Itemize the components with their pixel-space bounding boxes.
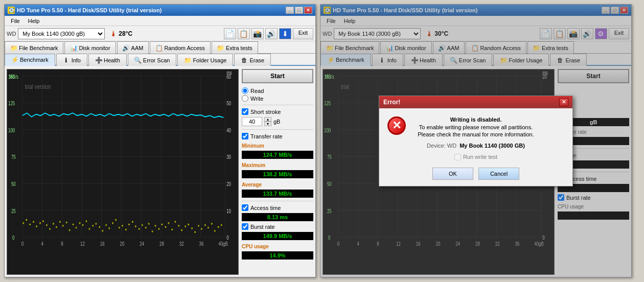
tab2-info-label: Info	[72, 57, 81, 63]
aam-icon: 🔊	[123, 44, 130, 52]
read-write-group: Read Write	[242, 87, 313, 102]
access-time-value: 8.13 ms	[242, 213, 313, 221]
svg-point-78	[125, 228, 127, 230]
access-time-checkbox[interactable]	[242, 204, 248, 211]
toolbar-download-icon[interactable]: ⬇	[279, 28, 291, 39]
left-main-content: MB/s 150 125 100 75 50 25 0 60 50 40 30 …	[5, 67, 315, 277]
random-access-icon: 📋	[155, 44, 163, 52]
svg-point-83	[142, 224, 143, 226]
read-radio[interactable]	[242, 87, 248, 94]
short-stroke-checkbox[interactable]	[242, 108, 248, 115]
stroke-unit-label: gB	[273, 119, 280, 125]
svg-text:40: 40	[226, 128, 231, 133]
start-button[interactable]: Start	[242, 69, 313, 83]
minimum-value: 124.7 MB/s	[242, 151, 313, 159]
svg-point-49	[29, 223, 31, 225]
restore-button[interactable]: □	[295, 7, 303, 14]
toolbar-grid-icon[interactable]: 📋	[238, 28, 250, 39]
benchmark-icon: ⚡	[11, 56, 18, 63]
tab-extra-tests[interactable]: 📁 Extra tests	[212, 41, 258, 54]
svg-point-88	[158, 228, 160, 230]
disk-label: WD	[7, 31, 16, 37]
svg-point-48	[26, 219, 27, 221]
burst-rate-checkbox[interactable]	[242, 223, 248, 230]
write-radio[interactable]	[242, 95, 248, 102]
stroke-input[interactable]	[242, 117, 262, 126]
tab2-benchmark-label: Benchmark	[20, 57, 49, 63]
extra-tests-icon: 📁	[217, 44, 224, 52]
tab2-info[interactable]: ℹ Info	[56, 54, 87, 66]
svg-point-55	[49, 228, 51, 230]
close-button[interactable]: ✕	[304, 7, 312, 14]
dialog-ok-button[interactable]: OK	[432, 168, 473, 180]
run-write-test-checkbox[interactable]	[454, 154, 461, 160]
tab2-health[interactable]: ➕ Health	[88, 54, 127, 66]
toolbar-sound-icon[interactable]: 🔊	[265, 28, 278, 39]
minimize-button[interactable]: _	[286, 7, 294, 14]
svg-text:ms: ms	[226, 70, 232, 76]
svg-point-86	[152, 230, 153, 232]
exit-button[interactable]: Exit	[293, 28, 313, 39]
left-chart-area: MB/s 150 125 100 75 50 25 0 60 50 40 30 …	[7, 69, 239, 275]
stroke-down[interactable]: ▼	[264, 122, 271, 126]
tab-random-access[interactable]: 📋 Random Access	[150, 41, 210, 54]
dialog-device-prefix: Device: WD	[427, 143, 456, 149]
divider3	[242, 201, 313, 201]
svg-point-100	[198, 225, 199, 227]
dialog-buttons: OK Cancel	[432, 168, 519, 180]
svg-point-85	[148, 223, 150, 225]
svg-text:16: 16	[100, 241, 105, 247]
tab-disk-monitor[interactable]: 📊 Disk monitor	[64, 41, 116, 54]
svg-point-62	[73, 223, 74, 225]
svg-point-64	[79, 222, 81, 224]
toolbar-camera-icon[interactable]: 📸	[251, 28, 264, 39]
help-menu[interactable]: Help	[24, 17, 44, 25]
tab2-benchmark[interactable]: ⚡ Benchmark	[5, 54, 55, 66]
svg-point-80	[132, 221, 133, 223]
tab2-erase[interactable]: 🗑 Erase	[234, 54, 271, 66]
tab2-health-label: Health	[104, 57, 120, 63]
dialog-content-row: ✕ Writing is disabled. To enable writing…	[387, 116, 564, 137]
tab2-folder-usage[interactable]: 📁 Folder Usage	[177, 54, 233, 66]
maximum-value: 138.2 MB/s	[242, 170, 313, 178]
tab2-error-scan[interactable]: 🔍 Error Scan	[128, 54, 177, 66]
svg-point-52	[39, 222, 41, 224]
left-tabs-row1: 📁 File Benchmark 📊 Disk monitor 🔊 AAM 📋 …	[5, 41, 315, 54]
svg-point-90	[165, 226, 166, 228]
svg-text:8: 8	[61, 241, 63, 247]
svg-text:125: 125	[8, 101, 15, 106]
stroke-up[interactable]: ▲	[264, 117, 271, 122]
dialog-close-button[interactable]: ✕	[559, 98, 568, 106]
dialog-device-name: My Book 1140 (3000 GB)	[459, 143, 525, 149]
toolbar-doc-icon[interactable]: 📄	[224, 28, 236, 39]
tab-file-benchmark[interactable]: 📁 File Benchmark	[5, 41, 63, 54]
left-window: 💽 HD Tune Pro 5.50 - Hard Disk/SSD Utili…	[4, 4, 316, 277]
burst-rate-item: Burst rate	[242, 223, 313, 230]
minimum-label: Minimum	[242, 143, 313, 149]
access-time-label: Access time	[250, 205, 281, 211]
svg-point-67	[88, 228, 90, 230]
svg-point-56	[53, 223, 54, 225]
left-menu-bar: File Help	[5, 16, 315, 26]
cpu-usage-label: CPU usage	[242, 244, 313, 249]
average-label: Average	[242, 182, 313, 187]
tab-aam[interactable]: 🔊 AAM	[117, 41, 149, 54]
dialog-body: ✕ Writing is disabled. To enable writing…	[379, 108, 572, 186]
disk-monitor-icon: 📊	[70, 44, 77, 52]
access-time-item: Access time	[242, 204, 313, 211]
file-menu[interactable]: File	[7, 17, 24, 25]
dialog-cancel-button[interactable]: Cancel	[478, 168, 519, 180]
folder-usage-icon: 📁	[184, 57, 191, 64]
health-icon: ➕	[95, 57, 102, 64]
disk-dropdown[interactable]: My Book 1140 (3000 gB)	[18, 28, 105, 39]
error-dialog: Error! ✕ ✕ Writing is disabled. To enabl…	[379, 96, 573, 186]
svg-point-47	[22, 222, 24, 224]
maximum-label: Maximum	[242, 162, 313, 168]
divider1	[242, 105, 313, 105]
info-icon: ℹ	[63, 57, 70, 64]
temp-display: 🌡 28°C	[110, 30, 132, 38]
left-tabs-row2: ⚡ Benchmark ℹ Info ➕ Health 🔍 Error Scan…	[5, 54, 315, 66]
svg-point-105	[214, 230, 216, 232]
transfer-rate-label: Transfer rate	[250, 133, 283, 139]
transfer-rate-checkbox[interactable]	[242, 133, 248, 139]
